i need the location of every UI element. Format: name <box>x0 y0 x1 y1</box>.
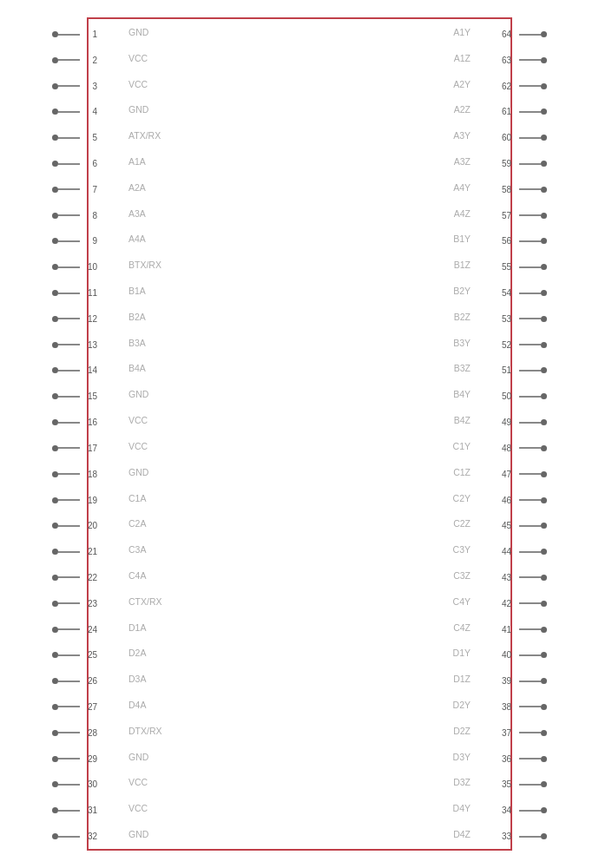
pin-number: 13 <box>80 340 97 350</box>
pin-dot <box>52 756 58 762</box>
left-pin-30: 30 <box>52 779 99 789</box>
right-pin-36: 36 <box>500 754 547 764</box>
pin-dot <box>52 290 58 296</box>
left-pin-14: 14 <box>52 365 99 375</box>
pin-line <box>519 681 541 682</box>
pin-number: 44 <box>502 547 519 556</box>
right-pin-37: 37 <box>500 728 547 738</box>
left-pin-31: 31 <box>52 806 99 815</box>
pin-number: 47 <box>502 470 519 479</box>
right-pin-62: 62 <box>500 82 547 91</box>
pin-line <box>519 551 541 553</box>
left-pin-18: 18 <box>52 470 99 479</box>
pin-dot <box>52 393 58 399</box>
right-pin-34: 34 <box>500 806 547 815</box>
right-pin-63: 63 <box>500 56 547 65</box>
pin-dot <box>541 342 547 348</box>
left-pin-2: 2 <box>52 56 99 65</box>
left-pin-label-27: D4A <box>128 700 146 710</box>
pin-dot <box>52 730 58 736</box>
pin-line <box>58 706 80 707</box>
right-pin-41: 41 <box>500 625 547 635</box>
left-pin-11: 11 <box>52 288 99 298</box>
pin-dot <box>52 213 58 219</box>
left-pin-24: 24 <box>52 625 99 635</box>
left-pin-7: 7 <box>52 185 99 194</box>
left-pin-label-26: D3A <box>128 674 146 684</box>
pin-dot <box>541 523 547 529</box>
pin-number: 34 <box>502 806 519 815</box>
pin-line <box>519 784 541 786</box>
left-pin-label-21: C3A <box>128 544 146 555</box>
pin-dot <box>52 781 58 787</box>
pin-number: 54 <box>502 288 519 298</box>
pin-line <box>58 111 80 113</box>
left-pin-1: 1 <box>52 30 99 39</box>
pin-dot <box>52 549 58 555</box>
pin-line <box>519 525 541 527</box>
pin-number: 14 <box>80 365 97 375</box>
pin-number: 43 <box>502 573 519 582</box>
right-pin-label-45: C2Z <box>453 518 471 529</box>
left-pin-29: 29 <box>52 754 99 764</box>
left-pin-label-24: D1A <box>128 622 146 633</box>
right-pin-38: 38 <box>500 702 547 712</box>
pin-line <box>58 163 80 165</box>
left-pin-21: 21 <box>52 547 99 556</box>
pin-line <box>58 681 80 682</box>
pin-number: 27 <box>80 702 97 712</box>
left-pin-label-9: A4A <box>128 233 146 244</box>
left-pin-label-14: B4A <box>128 363 146 373</box>
pin-dot <box>541 290 547 296</box>
right-pin-label-37: D2Z <box>453 726 471 736</box>
right-pin-label-64: A1Y <box>453 27 471 37</box>
right-pin-label-55: B1Z <box>454 260 471 270</box>
pin-dot <box>52 135 58 141</box>
right-pin-33: 33 <box>500 832 547 841</box>
pin-line <box>58 810 80 812</box>
pin-dot <box>541 108 547 115</box>
pin-line <box>519 111 541 113</box>
left-pin-label-25: D2A <box>128 648 146 658</box>
pins-area: 1GND2VCC3VCC4GND5ATX/RX6A1A7A2A8A3A9A4A1… <box>52 17 547 851</box>
left-pin-label-1: GND <box>128 27 148 37</box>
pin-number: 60 <box>502 133 519 142</box>
right-pin-51: 51 <box>500 365 547 375</box>
pin-number: 20 <box>80 521 97 530</box>
pin-dot <box>541 238 547 244</box>
pin-dot <box>52 83 58 89</box>
left-pin-label-15: GND <box>128 389 148 399</box>
right-pin-label-48: C1Y <box>453 441 471 451</box>
pin-number: 29 <box>80 754 97 764</box>
right-pin-61: 61 <box>500 107 547 116</box>
pin-number: 5 <box>80 133 97 142</box>
right-pin-label-34: D4Y <box>453 803 471 813</box>
right-pin-label-38: D2Y <box>453 700 471 710</box>
pin-line <box>58 422 80 424</box>
pin-line <box>519 628 541 630</box>
left-pin-label-2: VCC <box>128 53 148 63</box>
pin-line <box>58 628 80 630</box>
pin-line <box>58 732 80 733</box>
pin-number: 61 <box>502 107 519 116</box>
pin-line <box>519 396 541 398</box>
pin-number: 42 <box>502 599 519 608</box>
left-pin-label-23: CTX/RX <box>128 596 162 607</box>
pin-line <box>519 59 541 61</box>
pin-dot <box>541 393 547 399</box>
pin-number: 4 <box>80 107 97 116</box>
right-pin-label-56: B1Y <box>453 233 471 244</box>
pin-line <box>519 473 541 475</box>
right-pin-59: 59 <box>500 159 547 168</box>
pin-dot <box>541 601 547 607</box>
left-pin-label-31: VCC <box>128 803 148 813</box>
pin-dot <box>52 57 58 63</box>
left-pin-label-22: C4A <box>128 570 146 581</box>
left-pin-16: 16 <box>52 418 99 427</box>
pin-line <box>519 318 541 319</box>
right-pin-label-44: C3Y <box>453 544 471 555</box>
left-pin-label-13: B3A <box>128 338 146 348</box>
pin-dot <box>541 549 547 555</box>
pin-number: 49 <box>502 418 519 427</box>
pin-dot <box>52 316 58 322</box>
